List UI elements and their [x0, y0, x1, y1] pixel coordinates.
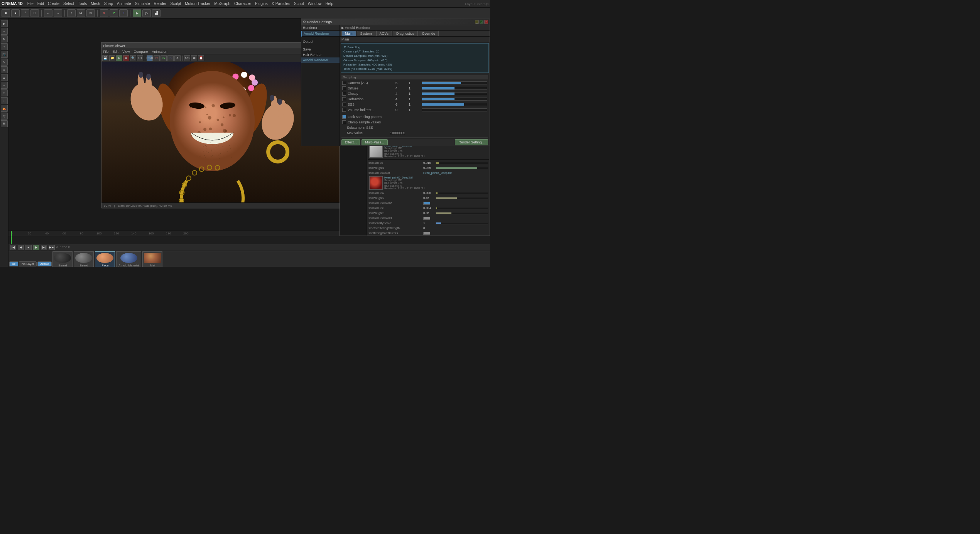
- mat-all-btn[interactable]: All: [9, 261, 18, 266]
- toolbar-render-to[interactable]: ▷: [142, 9, 151, 17]
- menu-mesh[interactable]: Mesh: [91, 2, 100, 6]
- tool-rotate[interactable]: ↻: [1, 35, 8, 42]
- toolbar-x[interactable]: X: [100, 9, 108, 17]
- menu-plugins[interactable]: Plugins: [255, 2, 268, 6]
- rs-camera-aa-check[interactable]: [342, 81, 346, 85]
- menu-select[interactable]: Select: [63, 2, 74, 6]
- rs-close-btn[interactable]: ×: [484, 20, 488, 24]
- me-sss-radius-color2-swatch[interactable]: [423, 202, 430, 205]
- tool-camera[interactable]: 📷: [1, 51, 8, 58]
- toolbar-model[interactable]: ■: [2, 9, 10, 17]
- menu-motion-tracker[interactable]: Motion Tracker: [185, 2, 210, 6]
- rs-lock-check[interactable]: [342, 115, 346, 119]
- rs-volume-check[interactable]: [342, 108, 346, 112]
- rs-tab-aovs[interactable]: AOVs: [376, 31, 392, 36]
- rs-minimize-btn[interactable]: _: [475, 20, 479, 24]
- menu-create[interactable]: Create: [48, 2, 59, 6]
- timeline-start-btn[interactable]: |◀: [10, 245, 16, 250]
- toolbar-scale[interactable]: ↦: [77, 9, 85, 17]
- tool-layer[interactable]: ☷: [1, 120, 8, 127]
- toolbar-move[interactable]: ↕: [67, 9, 76, 17]
- rs-nav-save[interactable]: Save: [301, 47, 340, 52]
- pv-channel-rgb[interactable]: RGB: [147, 55, 153, 61]
- mat-face[interactable]: Face: [95, 251, 115, 267]
- menu-render[interactable]: Render: [154, 2, 167, 6]
- rs-maximize-btn[interactable]: □: [480, 20, 483, 24]
- menu-animate[interactable]: Animate: [117, 2, 131, 6]
- pv-save-btn[interactable]: 💾: [102, 55, 108, 61]
- pv-channel-g[interactable]: G: [161, 55, 167, 61]
- rs-tab-main[interactable]: Main: [341, 31, 356, 36]
- pv-channel-b[interactable]: B: [167, 55, 174, 61]
- menu-sculpt[interactable]: Sculpt: [170, 2, 181, 6]
- pv-flip[interactable]: ⇄: [191, 55, 197, 61]
- timeline-play-btn[interactable]: ▶: [33, 245, 39, 250]
- toolbar-poly[interactable]: □: [30, 9, 39, 17]
- mat-nolayer-btn[interactable]: No Layer: [19, 261, 37, 266]
- pv-compare-ab[interactable]: A/B: [184, 55, 190, 61]
- rs-rendersetting-btn[interactable]: Render Setting...: [455, 139, 488, 145]
- timeline-track[interactable]: [8, 236, 490, 244]
- menu-help[interactable]: Help: [325, 2, 333, 6]
- timeline-prev-btn[interactable]: ◀: [18, 245, 24, 250]
- pv-menu-compare[interactable]: Compare: [133, 50, 148, 54]
- pv-menu-animation[interactable]: Animation: [152, 50, 167, 54]
- menu-x-particles[interactable]: X-Particles: [272, 2, 290, 6]
- mat-beard-2[interactable]: Beard: [74, 251, 94, 267]
- pv-history[interactable]: ⏰: [198, 55, 204, 61]
- toolbar-interactive[interactable]: ▟: [152, 9, 161, 17]
- me-sss-radius-color3-swatch[interactable]: [423, 217, 430, 220]
- mat-arnold-btn[interactable]: Arnold: [37, 261, 52, 266]
- menu-window[interactable]: Window: [308, 2, 322, 6]
- pv-menu-edit[interactable]: Edit: [113, 50, 119, 54]
- rs-clamp-check[interactable]: [342, 120, 346, 124]
- timeline-end-btn[interactable]: ▶►: [49, 245, 55, 250]
- rs-nav-renderer[interactable]: Renderer: [301, 25, 340, 31]
- toolbar-render[interactable]: ▶: [133, 9, 141, 17]
- toolbar-points[interactable]: ●: [11, 9, 20, 17]
- pv-menu-view[interactable]: View: [122, 50, 130, 54]
- rs-nav-output[interactable]: Output: [301, 37, 340, 47]
- mat-char-thumb[interactable]: Mat: [142, 251, 162, 267]
- pv-channel-r[interactable]: R: [154, 55, 160, 61]
- tool-knife[interactable]: ⛺: [1, 105, 8, 112]
- tool-move[interactable]: +: [1, 28, 8, 35]
- menu-file[interactable]: File: [27, 2, 34, 6]
- pv-render-btn[interactable]: ▶: [116, 55, 122, 61]
- pv-zoom-fit[interactable]: 🔍: [130, 55, 136, 61]
- menu-edit[interactable]: Edit: [37, 2, 44, 6]
- timeline-next-btn[interactable]: ▶|: [41, 245, 47, 250]
- rs-nav-arnold2[interactable]: Arnold Renderer: [301, 57, 340, 63]
- rs-nav-arnold[interactable]: Arnold Renderer: [301, 31, 340, 37]
- menu-character[interactable]: Character: [234, 2, 251, 6]
- toolbar-y[interactable]: Y: [110, 9, 118, 17]
- toolbar-rotate[interactable]: ↻: [86, 9, 95, 17]
- rs-nav-hair-render[interactable]: Hair Render: [301, 52, 340, 57]
- rs-effect-btn[interactable]: Effect...: [341, 139, 360, 145]
- tool-poly[interactable]: □: [1, 89, 8, 96]
- rs-tab-diagnostics[interactable]: Diagnostics: [393, 31, 418, 36]
- me-sss-thumb[interactable]: [369, 144, 383, 158]
- rs-multipass-btn[interactable]: Multi-Pass...: [362, 139, 388, 145]
- menu-tools[interactable]: Tools: [78, 2, 87, 6]
- tool-spline[interactable]: ~: [1, 82, 8, 89]
- rs-glossy-check[interactable]: [342, 92, 346, 96]
- toolbar-z[interactable]: Z: [119, 9, 128, 17]
- tool-smooth[interactable]: ◌: [1, 97, 8, 104]
- mat-arnold[interactable]: Arnold Material: [116, 251, 141, 267]
- tool-select[interactable]: ▶: [1, 20, 8, 27]
- toolbar-edges[interactable]: /: [21, 9, 29, 17]
- tool-magnet[interactable]: ▽: [1, 113, 8, 120]
- rs-refraction-check[interactable]: [342, 97, 346, 101]
- pv-zoom-1-1[interactable]: 1:1: [137, 55, 143, 61]
- pv-open-btn[interactable]: 📁: [109, 55, 115, 61]
- pv-stop-btn[interactable]: ■: [123, 55, 129, 61]
- mat-beard-1[interactable]: Beard: [52, 251, 73, 267]
- menu-script[interactable]: Script: [294, 2, 304, 6]
- rs-tab-override[interactable]: Override: [419, 31, 439, 36]
- pv-menu-file[interactable]: File: [103, 50, 109, 54]
- rs-tab-system[interactable]: System: [357, 31, 375, 36]
- menu-snap[interactable]: Snap: [104, 2, 113, 6]
- tool-sculpt[interactable]: ●: [1, 66, 8, 73]
- tool-scale[interactable]: ↦: [1, 43, 8, 50]
